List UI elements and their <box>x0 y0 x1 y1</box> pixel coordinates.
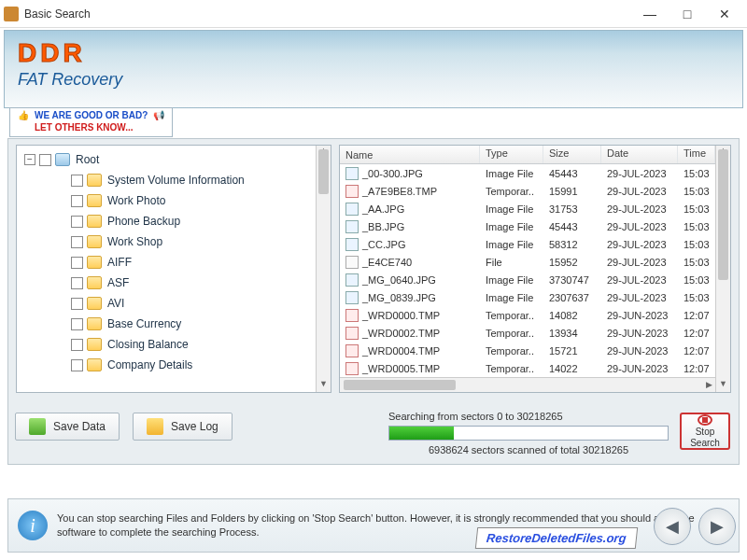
tree-item[interactable]: Work Shop <box>19 231 329 252</box>
progress-fill <box>389 427 454 440</box>
progress-area: Searching from sectors 0 to 30218265 693… <box>388 411 669 455</box>
col-time[interactable]: Time <box>678 146 715 163</box>
tree-vertical-scrollbar[interactable]: ▲ ▼ <box>316 146 331 392</box>
save-data-button[interactable]: Save Data <box>15 413 120 441</box>
tree-item[interactable]: Company Details <box>19 355 329 375</box>
folder-icon <box>87 174 102 187</box>
tree-item[interactable]: AIFF <box>19 252 329 273</box>
col-date[interactable]: Date <box>601 146 678 163</box>
window-title: Basic Search <box>24 7 631 21</box>
file-date: 29-JUL-2023 <box>601 274 678 286</box>
file-size: 3730747 <box>543 274 601 286</box>
folder-icon <box>87 256 102 269</box>
tree-item-label: System Volume Information <box>107 174 245 187</box>
file-time: 15:03 <box>678 168 715 179</box>
file-time: 15:03 <box>678 292 715 303</box>
file-time: 15:03 <box>678 274 715 286</box>
stop-search-button[interactable]: Stop Search <box>680 413 730 450</box>
checkbox[interactable] <box>71 216 83 228</box>
checkbox[interactable] <box>71 175 83 187</box>
table-row[interactable]: _A7E9BE8.TMPTemporar..1599129-JUL-202315… <box>340 182 730 200</box>
file-name: _MG_0640.JPG <box>362 274 436 286</box>
feedback-button[interactable]: 👍 WE ARE GOOD OR BAD? 📢 LET OTHERS KNOW.… <box>9 107 173 137</box>
close-button[interactable]: ✕ <box>706 3 743 25</box>
tree-item[interactable]: Closing Balance <box>19 334 329 355</box>
checkbox[interactable] <box>71 298 83 310</box>
table-row[interactable]: _WRD0002.TMPTemporar..1393429-JUN-202312… <box>340 324 730 342</box>
table-row[interactable]: _WRD0000.TMPTemporar..1408229-JUN-202312… <box>340 306 730 324</box>
tree-item[interactable]: System Volume Information <box>19 170 329 190</box>
table-row[interactable]: _AA.JPGImage File3175329-JUL-202315:03 <box>340 200 730 217</box>
file-type: Temporar.. <box>480 363 543 374</box>
file-name: _E4CE740 <box>362 257 412 268</box>
titlebar: Basic Search — □ ✕ <box>0 0 747 28</box>
file-icon <box>345 256 359 269</box>
col-type[interactable]: Type <box>480 146 543 163</box>
collapse-icon[interactable]: − <box>24 154 35 165</box>
scroll-down-icon[interactable]: ▼ <box>317 379 331 392</box>
file-size: 15991 <box>543 186 601 197</box>
nav-buttons: ◀ ▶ <box>654 508 736 545</box>
minimize-button[interactable]: — <box>631 3 669 25</box>
back-button[interactable]: ◀ <box>654 508 691 545</box>
table-row[interactable]: _00-300.JPGImage File4544329-JUL-202315:… <box>340 164 730 182</box>
tree-item[interactable]: ASF <box>19 273 329 293</box>
file-name: _WRD0004.TMP <box>362 345 440 357</box>
banner-subtitle: FAT Recovery <box>18 70 729 90</box>
col-name[interactable]: Name <box>340 146 480 163</box>
checkbox[interactable] <box>71 257 83 269</box>
file-icon <box>345 327 359 340</box>
maximize-button[interactable]: □ <box>669 3 706 25</box>
folder-icon <box>87 276 102 289</box>
checkbox[interactable] <box>71 359 83 371</box>
tree-item-label: Work Photo <box>107 194 165 207</box>
scroll-down-icon[interactable]: ▼ <box>716 379 730 392</box>
scroll-thumb[interactable] <box>344 380 456 390</box>
file-size: 15952 <box>543 257 601 268</box>
file-size: 45443 <box>543 168 601 179</box>
file-type: Image File <box>480 168 543 179</box>
checkbox[interactable] <box>39 154 51 166</box>
list-horizontal-scrollbar[interactable]: ◀ ▶ <box>340 377 715 392</box>
tree-item[interactable]: Base Currency <box>19 314 329 334</box>
feedback-bar: 👍 WE ARE GOOD OR BAD? 📢 LET OTHERS KNOW.… <box>9 112 738 133</box>
tree-item[interactable]: Phone Backup <box>19 211 329 231</box>
tree-root[interactable]: −Root <box>19 149 329 170</box>
file-name: _MG_0839.JPG <box>362 292 436 303</box>
scroll-thumb[interactable] <box>318 149 329 194</box>
log-icon <box>147 418 163 435</box>
list-header: Name Type Size Date Time <box>340 146 730 164</box>
action-buttons: Save Data Save Log <box>15 413 233 441</box>
table-row[interactable]: _WRD0005.TMPTemporar..1402229-JUN-202312… <box>340 359 730 377</box>
save-log-button[interactable]: Save Log <box>133 413 233 441</box>
checkbox[interactable] <box>71 277 83 289</box>
checkbox[interactable] <box>71 195 83 207</box>
tree-item[interactable]: AVI <box>19 293 329 314</box>
table-row[interactable]: _MG_0839.JPGImage File230763729-JUL-2023… <box>340 288 730 306</box>
file-date: 29-JUN-2023 <box>601 328 678 339</box>
col-size[interactable]: Size <box>543 146 601 163</box>
file-type: Temporar.. <box>480 310 543 321</box>
table-row[interactable]: _WRD0004.TMPTemporar..1572129-JUN-202312… <box>340 342 730 359</box>
checkbox[interactable] <box>71 339 83 351</box>
scroll-thumb[interactable] <box>718 149 728 280</box>
scroll-right-icon[interactable]: ▶ <box>702 378 715 392</box>
file-size: 14022 <box>543 363 601 374</box>
file-date: 29-JUL-2023 <box>601 292 678 303</box>
url-badge[interactable]: RestoreDeletedFiles.org <box>475 527 638 549</box>
file-size: 14082 <box>543 310 601 321</box>
table-row[interactable]: _E4CE740File1595229-JUL-202315:03 <box>340 253 730 271</box>
table-row[interactable]: _CC.JPGImage File5831229-JUL-202315:03 <box>340 235 730 253</box>
checkbox[interactable] <box>71 318 83 330</box>
checkbox[interactable] <box>71 236 83 248</box>
list-vertical-scrollbar[interactable]: ▲ ▼ <box>715 146 730 392</box>
info-icon: i <box>18 511 48 540</box>
tree-item[interactable]: Work Photo <box>19 190 329 211</box>
file-date: 29-JUL-2023 <box>601 168 678 179</box>
table-row[interactable]: _BB.JPGImage File4544329-JUL-202315:03 <box>340 217 730 235</box>
file-time: 12:07 <box>678 363 715 374</box>
tree-item-label: AVI <box>107 297 124 310</box>
file-name: _BB.JPG <box>362 221 404 232</box>
forward-button[interactable]: ▶ <box>698 508 736 545</box>
table-row[interactable]: _MG_0640.JPGImage File373074729-JUL-2023… <box>340 271 730 288</box>
